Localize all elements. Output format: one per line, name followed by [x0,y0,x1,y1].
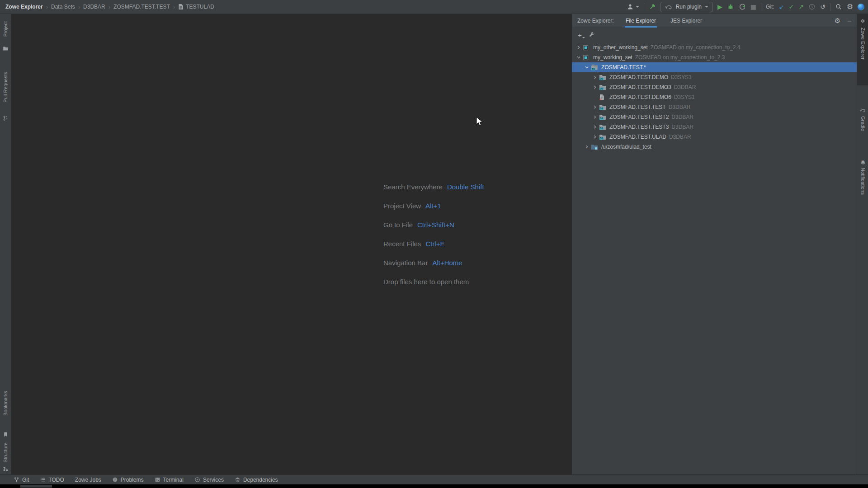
build-button[interactable] [649,3,656,10]
tree-row[interactable]: my_other_working_setZOSMFAD on my_connec… [572,42,857,52]
chevron-down-icon[interactable] [575,54,582,61]
chevron-down-icon[interactable] [583,64,590,71]
panel-settings-gear-icon[interactable]: ⚙ [835,17,840,24]
git-commit-button[interactable]: ✓ [788,3,794,10]
dataset-folder-icon: DS [599,133,607,141]
stripe-item-notifications[interactable]: Notifications [860,168,866,195]
statusbar-item-todo[interactable]: TODO [40,477,64,483]
panel-title: Zowe Explorer: [577,18,614,24]
add-button[interactable]: + [578,32,582,38]
breadcrumb-item[interactable]: Data Sets [51,4,75,10]
chevron-right-icon[interactable] [591,74,599,81]
git-update-button[interactable]: ↙ [779,3,784,10]
main-toolbar: Run plugin ▶ ■ Git: ↙ ✓ ↗ ↺ ⚙ [627,2,864,12]
history-icon[interactable] [808,3,816,10]
statusbar-item-services[interactable]: Services [194,477,224,483]
breadcrumb-item[interactable]: Zowe Explorer [5,4,43,10]
working-set-icon [582,54,591,61]
notifications-bell-icon [860,160,866,166]
layers-icon [235,477,241,483]
uss-folder-icon [590,143,599,150]
run-button[interactable]: ▶ [717,3,722,10]
breadcrumb-item[interactable]: D3DBAR [83,4,105,10]
search-everywhere-button[interactable] [835,3,842,10]
gradle-icon [860,108,866,113]
run-configuration-select[interactable]: Run plugin [660,2,713,12]
tab-jes-explorer[interactable]: JES Explorer [670,14,703,28]
sidebar-item-structure[interactable]: Structure [3,442,8,463]
tree-row[interactable]: /u/zosmfad/ulad_test [572,142,857,152]
file-icon [178,4,184,10]
avatar[interactable] [858,4,864,10]
tree-row[interactable]: DS ZOSMFAD.TEST.TEST3D3DBAR [572,122,857,132]
chevron-right-icon: › [46,4,48,10]
chevron-right-icon: › [108,4,110,10]
tree-row[interactable]: DS ZOSMFAD.TEST.TESTD3DBAR [572,102,857,112]
git-push-button[interactable]: ↗ [798,3,804,10]
dataset-folder-icon: DS [599,74,607,81]
stripe-item-gradle[interactable]: Gradle [860,116,866,131]
tree-row[interactable]: DS ZOSMFAD.TEST.ULADD3DBAR [572,132,857,142]
taskbar-fragment [20,485,52,488]
left-tool-stripe: Project Pull Requests Bookmarks Structur… [0,14,11,484]
user-menu-button[interactable] [627,3,639,10]
chevron-down-icon [636,6,639,8]
hint-shortcut: Alt+Home [432,258,462,267]
svg-text:DS: DS [600,78,603,80]
sequential-dataset-file-icon [599,94,607,101]
chevron-spacer [591,94,599,101]
tree-row-selected[interactable]: DS ZOSMFAD.TEST.* [572,62,857,72]
chevron-right-icon[interactable] [591,123,599,131]
run-config-icon [665,4,673,9]
debug-button[interactable] [727,3,734,10]
svg-text:DS: DS [600,127,603,130]
rollback-button[interactable]: ↺ [820,3,826,10]
chevron-right-icon[interactable] [583,143,590,150]
sidebar-item-pull-requests[interactable]: Pull Requests [3,72,8,103]
tree-row[interactable]: ZOSMFAD.TEST.DEMO6D3SYS1 [572,92,857,102]
sidebar-item-bookmarks[interactable]: Bookmarks [3,391,8,416]
statusbar-item-dependencies[interactable]: Dependencies [235,477,278,483]
chevron-right-icon[interactable] [591,103,599,111]
editor-empty-hints: Search EverywhereDouble Shift Project Vi… [383,182,484,286]
tree-row[interactable]: DS ZOSMFAD.TEST.DEMO3D3DBAR [572,82,857,92]
folder-icon [3,46,9,52]
toolbar-separator [830,3,830,11]
top-bar: Zowe Explorer › Data Sets › D3DBAR › ZOS… [0,0,868,14]
editor-area[interactable]: Search EverywhereDouble Shift Project Vi… [11,14,571,474]
minimize-icon[interactable]: − [847,17,852,24]
git-widget-label: Git: [766,4,774,10]
statusbar-item-zowe-jobs[interactable]: Zowe Jobs [75,477,101,483]
settings-wrench-icon[interactable] [589,32,595,38]
stripe-item-zowe-explorer[interactable]: Zowe Explorer [857,14,868,85]
breadcrumb-item[interactable]: ZOSMFAD.TEST.TEST [113,4,170,10]
statusbar-item-terminal[interactable]: Terminal [155,477,184,483]
chevron-right-icon[interactable] [591,113,599,121]
svg-text:DS: DS [592,68,594,70]
chevron-right-icon[interactable] [575,44,582,51]
structure-icon [3,466,9,472]
tab-file-explorer[interactable]: File Explorer [625,14,657,28]
hint-shortcut: Alt+1 [425,201,441,211]
hint-label: Project View [383,201,421,211]
breadcrumb-item[interactable]: TESTULAD [178,4,214,10]
statusbar-item-problems[interactable]: Problems [112,477,144,483]
ide-window: Zowe Explorer › Data Sets › D3DBAR › ZOS… [0,0,868,488]
terminal-icon [155,477,160,483]
hint-shortcut: Ctrl+Shift+N [417,220,454,230]
git-branch-icon [14,477,19,483]
stop-button[interactable]: ■ [750,3,756,10]
tree-row[interactable]: DS ZOSMFAD.TEST.DEMOD3SYS1 [572,72,857,82]
todo-list-icon [40,477,46,483]
chevron-right-icon[interactable] [591,84,599,91]
profiler-button[interactable] [739,3,746,10]
mouse-cursor [476,117,484,127]
tree-row[interactable]: DS ZOSMFAD.TEST.TEST2D3DBAR [572,112,857,122]
sidebar-item-project[interactable]: Project [3,21,8,37]
breadcrumb: Zowe Explorer › Data Sets › D3DBAR › ZOS… [5,4,214,10]
statusbar-item-git[interactable]: Git [14,477,29,483]
tree-row[interactable]: my_working_setZOSMFAD on my_connection_t… [572,52,857,62]
chevron-right-icon[interactable] [591,133,599,141]
settings-gear-icon[interactable]: ⚙ [847,3,853,10]
chevron-down-icon [582,37,585,38]
